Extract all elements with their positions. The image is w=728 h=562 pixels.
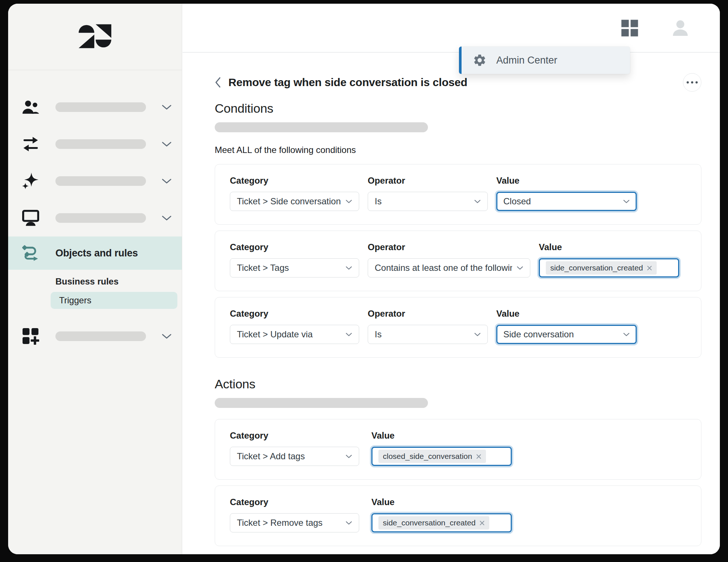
tag-pill: closed_side_conversation (378, 450, 486, 463)
sidebar-item-ai[interactable] (8, 163, 182, 200)
overflow-menu-button[interactable] (683, 73, 701, 92)
conditions-heading: Conditions (215, 101, 701, 116)
user-avatar-icon[interactable] (670, 18, 691, 38)
sidebar-item-label: Objects and rules (55, 248, 138, 259)
back-chevron-icon[interactable] (215, 77, 221, 88)
action-row: Category Ticket > Add tags Value closed_… (215, 419, 701, 480)
category-label: Category (230, 497, 359, 507)
chevron-down-icon (619, 333, 630, 337)
value-tag-input[interactable]: closed_side_conversation (371, 447, 512, 466)
chevron-down-icon (512, 266, 523, 270)
dot (691, 81, 693, 84)
operator-select[interactable]: Is (368, 325, 488, 344)
remove-tag-icon[interactable] (476, 454, 482, 459)
category-select[interactable]: Ticket > Tags (230, 258, 359, 277)
tag-pill: side_conversation_created (378, 516, 489, 529)
value-label: Value (496, 176, 637, 186)
apps-grid-plus-icon (22, 328, 39, 345)
sidebar-item-apps[interactable] (8, 318, 182, 355)
sparkles-icon (22, 173, 39, 190)
chevron-down-icon (341, 200, 352, 204)
description-placeholder (215, 398, 428, 408)
chevron-down-icon (162, 142, 171, 147)
chevron-down-icon (341, 521, 352, 525)
chevron-down-icon (162, 105, 171, 110)
active-indicator-bar (459, 47, 462, 74)
sidebar-item-triggers[interactable]: Triggers (51, 292, 177, 309)
category-select[interactable]: Ticket > Side conversation (230, 192, 359, 211)
dot (687, 81, 689, 84)
nav-label-placeholder (55, 176, 146, 186)
sidebar-item-people[interactable] (8, 89, 182, 126)
sidebar-nav: Objects and rules Business rules Trigger… (8, 70, 182, 355)
nav-label-placeholder (55, 213, 146, 223)
sidebar-item-workspaces[interactable] (8, 200, 182, 236)
sidebar-item-objects-and-rules[interactable]: Objects and rules (8, 236, 182, 270)
transfer-arrows-icon (22, 136, 39, 153)
sidebar: Objects and rules Business rules Trigger… (8, 4, 182, 554)
operator-select[interactable]: Is (368, 192, 488, 211)
category-select[interactable]: Ticket > Add tags (230, 447, 359, 466)
sub-item-label: Triggers (59, 295, 91, 306)
chevron-down-icon (341, 454, 352, 459)
page-title: Remove tag when side conversation is clo… (228, 76, 467, 89)
admin-center-label: Admin Center (496, 55, 557, 66)
people-icon (22, 99, 39, 116)
value-tag-input[interactable]: side_conversation_created (539, 258, 679, 277)
chevron-down-icon (619, 200, 630, 204)
chevron-down-icon (341, 333, 352, 337)
value-select[interactable]: Closed (496, 192, 637, 211)
gear-icon (473, 53, 487, 67)
category-label: Category (230, 242, 359, 252)
operator-label: Operator (368, 176, 488, 186)
sidebar-item-channels[interactable] (8, 126, 182, 163)
chevron-down-icon (162, 215, 171, 221)
tag-pill: side_conversation_created (546, 261, 657, 275)
chevron-down-icon (162, 178, 171, 184)
sidebar-item-business-rules[interactable]: Business rules (8, 272, 182, 291)
chevron-down-icon (341, 266, 352, 270)
description-placeholder (215, 122, 428, 132)
nav-label-placeholder (55, 102, 146, 112)
action-row: Category Ticket > Remove tags Value side… (215, 486, 701, 546)
condition-row: Category Ticket > Update via Operator Is… (215, 297, 701, 358)
value-select[interactable]: Side conversation (496, 325, 637, 344)
operator-label: Operator (368, 309, 488, 319)
operator-label: Operator (368, 242, 530, 252)
value-label: Value (496, 309, 637, 319)
remove-tag-icon[interactable] (479, 520, 485, 526)
chevron-down-icon (470, 333, 481, 337)
meet-all-text: Meet ALL of the following conditions (215, 145, 701, 155)
remove-tag-icon[interactable] (647, 265, 652, 271)
logo-area (8, 4, 182, 70)
category-select[interactable]: Ticket > Remove tags (230, 513, 359, 532)
topbar (183, 4, 720, 52)
category-label: Category (230, 176, 359, 186)
chevron-down-icon (470, 200, 481, 204)
value-label: Value (539, 242, 679, 252)
value-label: Value (371, 497, 512, 507)
value-tag-input[interactable]: side_conversation_created (371, 513, 512, 532)
zendesk-logo-icon (78, 23, 112, 51)
category-select[interactable]: Ticket > Update via (230, 325, 359, 344)
chevron-down-icon (162, 334, 171, 339)
category-label: Category (230, 430, 359, 441)
actions-heading: Actions (215, 377, 701, 391)
nav-label-placeholder (55, 139, 146, 149)
app-window: Objects and rules Business rules Trigger… (8, 4, 720, 554)
condition-row: Category Ticket > Side conversation Oper… (215, 164, 701, 225)
value-label: Value (371, 430, 512, 441)
condition-row: Category Ticket > Tags Operator Contains… (215, 231, 701, 291)
nav-label-placeholder (55, 331, 146, 341)
admin-center-menu-item[interactable]: Admin Center (459, 47, 630, 74)
product-grid-icon[interactable] (620, 19, 639, 37)
sub-item-label: Business rules (55, 276, 119, 287)
dot (695, 81, 698, 84)
page-content: Remove tag when side conversation is clo… (183, 73, 720, 554)
main-area: Admin Center Remove tag when side conver… (183, 4, 720, 554)
monitor-person-icon (22, 210, 39, 226)
category-label: Category (230, 309, 359, 319)
workflow-icon (22, 245, 39, 262)
operator-select[interactable]: Contains at least one of the following (368, 258, 530, 277)
